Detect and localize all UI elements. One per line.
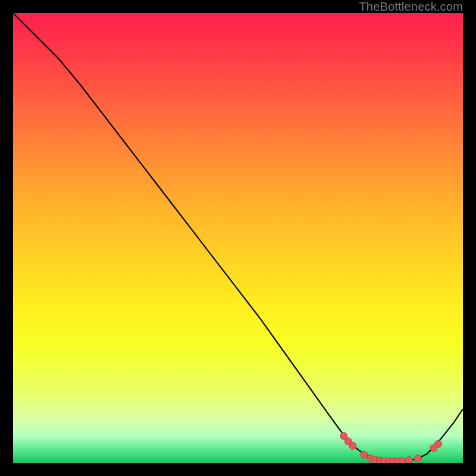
curve-marker (361, 451, 368, 458)
curve-marker (349, 442, 356, 449)
plot-area (13, 13, 463, 463)
curve-marker (414, 455, 421, 462)
chart-svg (13, 13, 463, 463)
curve-markers (340, 433, 442, 463)
bottleneck-curve (13, 13, 463, 462)
chart-stage: TheBottleneck.com (0, 0, 476, 476)
curve-marker (399, 458, 406, 463)
watermark-text: TheBottleneck.com (359, 0, 463, 14)
curve-marker (434, 440, 441, 447)
curve-marker (405, 456, 412, 463)
